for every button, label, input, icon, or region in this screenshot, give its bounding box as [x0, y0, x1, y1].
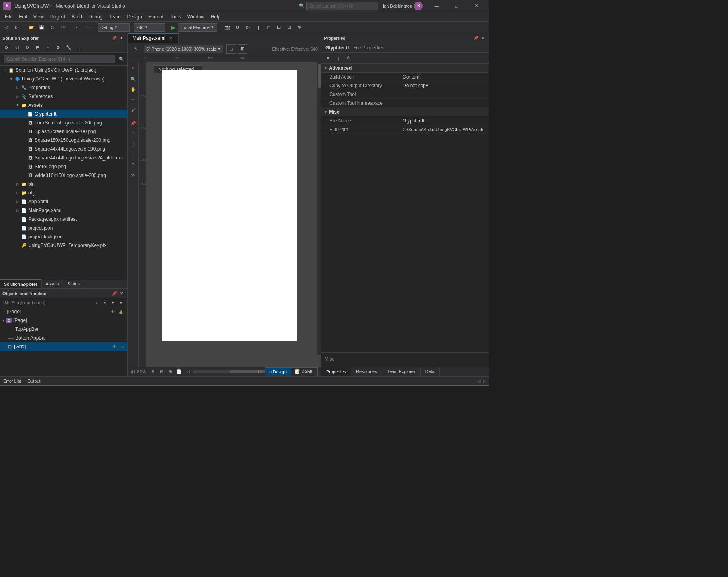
- tree-item-properties[interactable]: ▷🔧Properties: [0, 83, 127, 92]
- pin-tool[interactable]: 📌: [128, 118, 138, 128]
- props-settings-btn[interactable]: ⚙: [344, 54, 353, 63]
- rb-tab-resources[interactable]: Resources: [351, 367, 382, 376]
- toolbar-options8[interactable]: ≫: [295, 23, 305, 32]
- maximize-button[interactable]: □: [447, 0, 466, 12]
- tree-item-bin[interactable]: ▷📁bin: [0, 180, 127, 188]
- tree-item-square44[interactable]: 🖼Square44x44Logo.scale-200.png: [0, 145, 127, 153]
- expand-icon-assets[interactable]: ▼: [14, 102, 21, 108]
- close-tab-icon[interactable]: ✕: [168, 35, 173, 41]
- menu-project[interactable]: Project: [47, 12, 68, 22]
- obj-bottomappbar[interactable]: — BottomAppBar: [0, 334, 127, 342]
- zoom-grid-btn1[interactable]: ⊞: [149, 369, 157, 375]
- lock-icon[interactable]: 🔒: [118, 308, 124, 315]
- canvas-single-view[interactable]: □: [226, 44, 236, 54]
- expand-icon-references[interactable]: ▷: [14, 93, 21, 100]
- device-select-dropdown[interactable]: 5" Phone (1920 x 1080) 300% scale ▾: [144, 45, 223, 53]
- select-tool[interactable]: ↖: [128, 64, 138, 73]
- canvas-split-view[interactable]: ⊞: [238, 44, 247, 54]
- toolbar-options7[interactable]: ⊞: [285, 23, 294, 32]
- se-list[interactable]: ≡: [74, 43, 84, 53]
- se-search-input[interactable]: [4, 55, 115, 63]
- menu-tools[interactable]: Tools: [167, 12, 184, 22]
- se-sync[interactable]: ⟳: [2, 43, 11, 53]
- grid-dot-icon[interactable]: ○: [119, 343, 126, 350]
- solution-explorer-tree[interactable]: ▷📋Solution 'UsingSVGInUWP' (1 project)▼🔷…: [0, 66, 127, 280]
- expand-icon-obj[interactable]: ▷: [14, 190, 21, 196]
- toolbar-options1[interactable]: 📷: [222, 23, 232, 32]
- obj-grid[interactable]: ⊞ [Grid] 👁 ○: [0, 342, 127, 351]
- toolbar-options4[interactable]: ‖: [254, 23, 263, 32]
- misc-section-header[interactable]: ▼ Misc: [321, 108, 489, 116]
- se-filter[interactable]: ⚙: [53, 43, 63, 53]
- asset-tool[interactable]: ⊕: [128, 160, 138, 169]
- tree-item-solution[interactable]: ▷📋Solution 'UsingSVGInUWP' (1 project): [0, 66, 127, 75]
- expand-icon-bin[interactable]: ▷: [14, 181, 21, 187]
- toolbar-cut[interactable]: ✂: [58, 23, 67, 32]
- rect-tool[interactable]: □: [128, 129, 138, 138]
- tree-item-packagemanifest[interactable]: 📄Package.appxmanifest: [0, 215, 127, 224]
- run-button[interactable]: ▶: [169, 24, 177, 31]
- se-back[interactable]: ◁: [12, 43, 22, 53]
- tree-item-projectlockjson[interactable]: 📄project.lock.json: [0, 232, 127, 241]
- tab-assets[interactable]: Assets: [42, 279, 63, 288]
- canvas-scrollbar-h[interactable]: [193, 370, 255, 373]
- quick-launch-input[interactable]: Quick Launch (Ctrl+Q): [306, 2, 378, 10]
- tab-states[interactable]: States: [63, 279, 84, 288]
- toolbar-forward[interactable]: ▷: [12, 23, 22, 32]
- rb-tab-data[interactable]: Data: [421, 367, 440, 376]
- props-pin-btn[interactable]: 📌: [473, 35, 479, 41]
- menu-team[interactable]: Team: [106, 12, 124, 22]
- se-home[interactable]: ⌂: [43, 43, 53, 53]
- canvas-scrollbar-v[interactable]: [317, 62, 321, 355]
- tree-item-glyphter[interactable]: 📄Glyphter.ttf: [0, 110, 127, 118]
- menu-edit[interactable]: Edit: [16, 12, 30, 22]
- se-pin-btn[interactable]: 📌: [111, 35, 118, 41]
- tree-item-storelogo[interactable]: 🖼StoreLogo.png: [0, 162, 127, 171]
- toolbar-options6[interactable]: ⊡: [274, 23, 284, 32]
- menu-format[interactable]: Format: [145, 12, 167, 22]
- minimize-button[interactable]: —: [427, 0, 446, 12]
- tree-item-square44alt[interactable]: 🖼Square44x44Logo.targetsize-24_altform-u: [0, 153, 127, 162]
- toolbar-open[interactable]: 📂: [27, 23, 36, 32]
- pan-tool[interactable]: ✋: [128, 84, 138, 94]
- storyboard-btn4[interactable]: ▾: [118, 300, 124, 306]
- eye-icon[interactable]: 👁: [110, 308, 116, 315]
- close-button[interactable]: ✕: [467, 0, 486, 12]
- menu-debug[interactable]: Debug: [85, 12, 106, 22]
- obj-close-btn[interactable]: ✕: [118, 290, 125, 297]
- grid-tool[interactable]: ⊞: [128, 139, 138, 149]
- zoom-grid-btn2[interactable]: ⊡: [157, 369, 165, 375]
- se-refresh[interactable]: ↻: [22, 43, 32, 53]
- se-close-btn[interactable]: ✕: [118, 35, 125, 41]
- toolbar-options3[interactable]: ▷: [243, 23, 253, 32]
- props-close-btn[interactable]: ✕: [480, 35, 486, 41]
- cv-tab-design[interactable]: □ Design: [265, 368, 291, 376]
- zoom-tool[interactable]: 🔍: [128, 74, 138, 84]
- grid-eye-icon[interactable]: 👁: [111, 343, 118, 350]
- toolbar-save-all[interactable]: 🗂: [47, 23, 57, 32]
- output-tab[interactable]: Output: [28, 379, 41, 383]
- text-tool[interactable]: T: [128, 149, 138, 159]
- menu-help[interactable]: Help: [208, 12, 224, 22]
- scroll-left-icon[interactable]: ◁: [186, 369, 189, 374]
- tree-item-projectjson[interactable]: 📄project.json: [0, 224, 127, 232]
- menu-build[interactable]: Build: [68, 12, 85, 22]
- storyboard-btn3[interactable]: +: [110, 300, 116, 306]
- tree-item-square150[interactable]: 🖼Square150x150Logo.scale-200.png: [0, 136, 127, 145]
- storyboard-btn2[interactable]: ✕: [102, 300, 108, 306]
- tree-item-appxaml[interactable]: ▷📄App.xaml: [0, 197, 127, 206]
- scroll-right-icon[interactable]: ▷: [258, 369, 262, 374]
- rb-tab-team-explorer[interactable]: Team Explorer: [382, 367, 421, 376]
- tree-item-mainpagexaml[interactable]: ▷📄MainPage.xaml: [0, 206, 127, 215]
- toolbar-options2[interactable]: ⚙: [233, 23, 242, 32]
- se-wrench[interactable]: 🔧: [64, 43, 73, 53]
- tree-item-project[interactable]: ▼🔷UsingSVGInUWP (Universal Windows): [0, 75, 127, 83]
- error-list-tab[interactable]: Error List: [3, 379, 21, 383]
- tab-mainpage-xaml[interactable]: MainPage.xaml ✕: [128, 33, 179, 43]
- menu-design[interactable]: Design: [124, 12, 145, 22]
- storyboard-btn1[interactable]: ✓: [94, 300, 100, 306]
- tree-item-splashscreen[interactable]: 🖼SplashScreen.scale-200.png: [0, 127, 127, 136]
- platform-dropdown[interactable]: x86 ▾: [134, 23, 165, 32]
- rb-tab-properties[interactable]: Properties: [321, 367, 351, 376]
- tree-item-obj[interactable]: ▷📁obj: [0, 188, 127, 197]
